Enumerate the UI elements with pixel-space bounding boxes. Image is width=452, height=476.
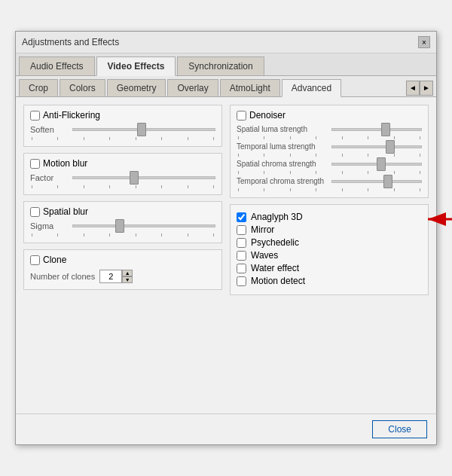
spatial-chroma-ticks bbox=[237, 171, 422, 174]
spatial-luma-label: Spatial luma strength bbox=[237, 125, 327, 133]
temporal-chroma-label: Temporal chroma strength bbox=[237, 177, 327, 185]
soften-label: Soften bbox=[30, 125, 68, 134]
water-effect-checkbox[interactable] bbox=[237, 264, 246, 273]
factor-slider-row: Factor bbox=[30, 173, 215, 182]
spatial-luma-row: Spatial luma strength bbox=[237, 125, 422, 133]
tab-nav-arrows: ◄ ► bbox=[406, 81, 433, 96]
clone-count-input[interactable] bbox=[99, 270, 122, 283]
spatial-luma-slider[interactable] bbox=[331, 128, 422, 131]
sigma-slider[interactable] bbox=[72, 224, 215, 227]
tab-nav-prev[interactable]: ◄ bbox=[406, 81, 420, 96]
temporal-luma-ticks bbox=[237, 154, 422, 157]
second-tab-bar: Crop Colors Geometry Overlay AtmoLight A… bbox=[16, 76, 436, 97]
close-icon[interactable]: × bbox=[418, 36, 430, 48]
denoiser-checkbox[interactable] bbox=[237, 111, 246, 121]
soften-ticks bbox=[30, 137, 215, 140]
dialog: Adjustments and Effects × Audio Effects … bbox=[15, 31, 437, 445]
denoiser-label: Denoiser bbox=[237, 110, 422, 121]
tab-geometry[interactable]: Geometry bbox=[107, 79, 166, 96]
soften-slider-row: Soften bbox=[30, 125, 215, 134]
mirror-item: Mirror bbox=[237, 224, 422, 235]
tab-crop[interactable]: Crop bbox=[19, 79, 58, 96]
sigma-label: Sigma bbox=[30, 221, 68, 230]
clone-increment-btn[interactable]: ▲ bbox=[122, 270, 133, 276]
waves-item: Waves bbox=[237, 250, 422, 261]
factor-ticks bbox=[30, 185, 215, 188]
water-effect-item: Water effect bbox=[237, 263, 422, 273]
spatial-blur-checkbox[interactable] bbox=[30, 207, 40, 217]
spatial-chroma-slider[interactable] bbox=[331, 163, 422, 166]
psychedelic-checkbox[interactable] bbox=[237, 238, 246, 248]
clone-label: Clone bbox=[30, 255, 215, 265]
anti-flickering-section: Anti-Flickering Soften bbox=[23, 105, 222, 147]
close-button[interactable]: Close bbox=[372, 420, 427, 438]
temporal-luma-row: Temporal luma strength bbox=[237, 142, 422, 151]
dialog-title: Adjustments and Effects bbox=[22, 37, 119, 47]
waves-checkbox[interactable] bbox=[237, 251, 246, 261]
motion-blur-label: Motion blur bbox=[30, 158, 215, 169]
temporal-chroma-row: Temporal chroma strength bbox=[237, 177, 422, 185]
main-content: Anti-Flickering Soften Mo bbox=[16, 97, 436, 413]
sigma-slider-row: Sigma bbox=[30, 221, 215, 230]
right-panel-wrapper: Denoiser Spatial luma strength Temporal … bbox=[230, 105, 429, 406]
dialog-footer: Close bbox=[16, 413, 436, 444]
psychedelic-item: Psychedelic bbox=[237, 237, 422, 248]
soften-slider[interactable] bbox=[72, 128, 215, 131]
sigma-ticks bbox=[30, 233, 215, 236]
motion-detect-checkbox[interactable] bbox=[237, 276, 246, 286]
anti-flickering-checkbox[interactable] bbox=[30, 111, 40, 121]
denoiser-section: Denoiser Spatial luma strength Temporal … bbox=[230, 105, 429, 198]
temporal-luma-slider[interactable] bbox=[331, 145, 422, 148]
left-panel: Anti-Flickering Soften Mo bbox=[23, 105, 222, 406]
temporal-chroma-ticks bbox=[237, 188, 422, 191]
clone-count-label: Number of clones bbox=[30, 272, 95, 281]
temporal-luma-label: Temporal luma strength bbox=[237, 142, 327, 151]
clone-decrement-btn[interactable]: ▼ bbox=[122, 276, 133, 283]
tab-atmolight[interactable]: AtmoLight bbox=[220, 79, 280, 96]
tab-audio-effects[interactable]: Audio Effects bbox=[19, 56, 95, 75]
tab-nav-next[interactable]: ► bbox=[420, 81, 433, 96]
tab-video-effects[interactable]: Video Effects bbox=[96, 56, 176, 76]
clone-spinbox-buttons: ▲ ▼ bbox=[122, 270, 133, 283]
clone-spinbox[interactable]: ▲ ▼ bbox=[99, 270, 133, 283]
factor-label: Factor bbox=[30, 173, 68, 182]
spatial-chroma-label: Spatial chroma strength bbox=[237, 160, 327, 168]
clone-checkbox[interactable] bbox=[30, 255, 40, 265]
anaglyph-3d-checkbox[interactable] bbox=[237, 212, 246, 222]
red-arrow-annotation bbox=[420, 204, 452, 234]
tab-advanced[interactable]: Advanced bbox=[282, 79, 341, 97]
spatial-chroma-row: Spatial chroma strength bbox=[237, 160, 422, 168]
spatial-blur-label: Spatial blur bbox=[30, 206, 215, 217]
spatial-blur-section: Spatial blur Sigma bbox=[23, 201, 222, 243]
tab-synchronization[interactable]: Synchronization bbox=[177, 56, 264, 75]
motion-detect-item: Motion detect bbox=[237, 276, 422, 286]
tab-colors[interactable]: Colors bbox=[60, 79, 105, 96]
motion-blur-checkbox[interactable] bbox=[30, 159, 40, 169]
clone-count-row: Number of clones ▲ ▼ bbox=[30, 270, 215, 283]
spatial-luma-ticks bbox=[237, 136, 422, 139]
temporal-chroma-slider[interactable] bbox=[331, 180, 422, 183]
motion-blur-section: Motion blur Factor bbox=[23, 153, 222, 195]
mirror-checkbox[interactable] bbox=[237, 225, 246, 235]
factor-slider[interactable] bbox=[72, 176, 215, 179]
anaglyph-3d-item: Anaglyph 3D bbox=[237, 212, 422, 222]
top-tab-bar: Audio Effects Video Effects Synchronizat… bbox=[16, 53, 436, 76]
tab-overlay[interactable]: Overlay bbox=[167, 79, 218, 96]
effects-checkboxes-section: Anaglyph 3D Mirror bbox=[230, 204, 429, 295]
title-bar: Adjustments and Effects × bbox=[16, 32, 436, 53]
clone-section: Clone Number of clones ▲ ▼ bbox=[23, 249, 222, 290]
anti-flickering-label: Anti-Flickering bbox=[30, 110, 215, 121]
